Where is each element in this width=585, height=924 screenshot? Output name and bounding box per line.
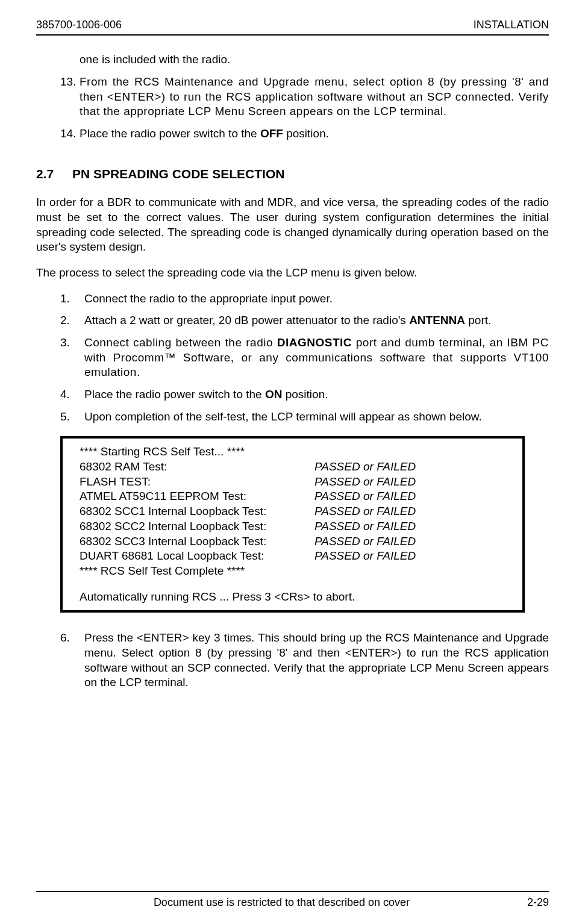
section-number: 2.7	[36, 166, 72, 182]
terminal-test-result: PASSED or FAILED	[314, 504, 505, 519]
first-ordered-list: 13. From the RCS Maintenance and Upgrade…	[36, 75, 549, 142]
list-number: 3.	[60, 336, 84, 380]
terminal-test-result: PASSED or FAILED	[314, 534, 505, 549]
terminal-test-label: FLASH TEST:	[80, 475, 314, 490]
text-post: position.	[282, 388, 328, 401]
text-pre: Place the radio power switch to the	[80, 127, 260, 140]
list-item: 3. Connect cabling between the radio DIA…	[36, 336, 549, 380]
text-bold: ANTENNA	[409, 314, 465, 326]
text-bold: OFF	[260, 127, 283, 140]
list-number: 14.	[60, 126, 80, 142]
terminal-row: DUART 68681 Local Loopback Test: PASSED …	[80, 549, 505, 564]
text-pre: Connect cabling between the radio	[84, 336, 277, 349]
terminal-start-line: **** Starting RCS Self Test... ****	[80, 445, 505, 460]
text-pre: Attach a 2 watt or greater, 20 dB power …	[84, 314, 409, 326]
page-header: 385700-1006-006 INSTALLATION	[36, 18, 549, 36]
terminal-test-label: 68302 SCC3 Internal Loopback Test:	[80, 534, 314, 549]
list-item: 5. Upon completion of the self-test, the…	[36, 410, 549, 425]
terminal-row: 68302 SCC1 Internal Loopback Test: PASSE…	[80, 504, 505, 519]
list-number: 13.	[60, 75, 80, 119]
list-item: 14. Place the radio power switch to the …	[36, 126, 549, 142]
text-post: port.	[465, 314, 491, 326]
section-title: PN SPREADING CODE SELECTION	[72, 166, 284, 182]
list-text: Connect cabling between the radio DIAGNO…	[84, 336, 549, 380]
list-text: From the RCS Maintenance and Upgrade men…	[80, 75, 549, 119]
terminal-row: ATMEL AT59C11 EEPROM Test: PASSED or FAI…	[80, 489, 505, 504]
list-text: Press the <ENTER> key 3 times. This shou…	[84, 631, 549, 690]
terminal-test-label: 68302 RAM Test:	[80, 460, 314, 475]
terminal-row: 68302 RAM Test: PASSED or FAILED	[80, 460, 505, 475]
terminal-test-result: PASSED or FAILED	[314, 460, 505, 475]
list-item: 4. Place the radio power switch to the O…	[36, 387, 549, 402]
header-section-name: INSTALLATION	[474, 18, 549, 32]
terminal-test-label: 68302 SCC1 Internal Loopback Test:	[80, 504, 314, 519]
list-number: 2.	[60, 313, 84, 328]
spacer	[80, 579, 505, 590]
list-text: Place the radio power switch to the ON p…	[84, 387, 549, 402]
terminal-test-label: ATMEL AT59C11 EEPROM Test:	[80, 489, 314, 504]
terminal-test-result: PASSED or FAILED	[314, 489, 505, 504]
terminal-test-result: PASSED or FAILED	[314, 475, 505, 490]
list-number: 4.	[60, 387, 84, 402]
terminal-test-label: DUART 68681 Local Loopback Test:	[80, 549, 314, 564]
list-text: Connect the radio to the appropriate inp…	[84, 292, 549, 307]
third-ordered-list: 6. Press the <ENTER> key 3 times. This s…	[36, 631, 549, 690]
terminal-row: 68302 SCC2 Internal Loopback Test: PASSE…	[80, 519, 505, 534]
list-item: 1. Connect the radio to the appropriate …	[36, 292, 549, 307]
terminal-end-line: **** RCS Self Test Complete ****	[80, 564, 505, 579]
terminal-test-label: 68302 SCC2 Internal Loopback Test:	[80, 519, 314, 534]
terminal-row: 68302 SCC3 Internal Loopback Test: PASSE…	[80, 534, 505, 549]
text-pre: Place the radio power switch to the	[84, 388, 265, 401]
terminal-test-result: PASSED or FAILED	[314, 549, 505, 564]
list-item: 6. Press the <ENTER> key 3 times. This s…	[36, 631, 549, 690]
list-number: 5.	[60, 410, 84, 425]
continued-paragraph: one is included with the radio.	[80, 52, 549, 67]
header-doc-number: 385700-1006-006	[36, 18, 122, 32]
list-number: 6.	[60, 631, 84, 690]
body-paragraph: In order for a BDR to communicate with a…	[36, 195, 549, 255]
body-paragraph: The process to select the spreading code…	[36, 266, 549, 281]
text-bold: ON	[265, 388, 283, 401]
terminal-abort-line: Automatically running RCS ... Press 3 <C…	[80, 590, 505, 605]
list-item: 13. From the RCS Maintenance and Upgrade…	[36, 75, 549, 119]
list-text: Upon completion of the self-test, the LC…	[84, 410, 549, 425]
list-number: 1.	[60, 292, 84, 307]
section-heading: 2.7 PN SPREADING CODE SELECTION	[36, 166, 549, 182]
text-bold: DIAGNOSTIC	[277, 336, 352, 349]
list-text: Place the radio power switch to the OFF …	[80, 126, 549, 142]
terminal-row: FLASH TEST: PASSED or FAILED	[80, 475, 505, 490]
second-ordered-list: 1. Connect the radio to the appropriate …	[36, 292, 549, 425]
text-post: position.	[283, 127, 329, 140]
terminal-output-box: **** Starting RCS Self Test... **** 6830…	[60, 436, 525, 613]
list-item: 2. Attach a 2 watt or greater, 20 dB pow…	[36, 313, 549, 328]
terminal-test-result: PASSED or FAILED	[314, 519, 505, 534]
list-text: Attach a 2 watt or greater, 20 dB power …	[84, 313, 549, 328]
